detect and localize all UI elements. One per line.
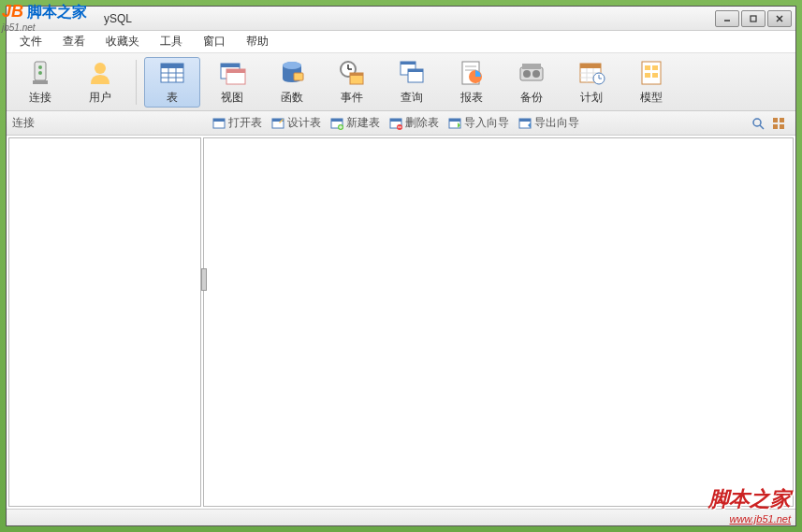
tool-backup-label: 备份	[520, 90, 543, 106]
tool-event-label: 事件	[341, 90, 363, 106]
event-icon	[337, 58, 367, 88]
menu-favorites[interactable]: 收藏夹	[96, 31, 149, 52]
svg-rect-30	[408, 69, 423, 72]
tool-model-label: 模型	[640, 90, 663, 106]
tool-report-label: 报表	[460, 90, 483, 106]
tool-schedule[interactable]: 计划	[563, 57, 620, 108]
tool-view[interactable]: 视图	[204, 57, 260, 108]
sub-toolbar: 连接 打开表 设计表 新建表 删除表 导入向导	[7, 111, 795, 136]
menu-help[interactable]: 帮助	[237, 31, 278, 52]
svg-rect-7	[33, 80, 48, 84]
tool-user[interactable]: 用户	[72, 57, 128, 108]
menu-tools[interactable]: 工具	[151, 31, 192, 52]
connection-tree-panel[interactable]	[8, 137, 201, 507]
content-panel[interactable]	[203, 137, 794, 507]
action-delete-table[interactable]: 删除表	[389, 115, 439, 131]
menu-window[interactable]: 窗口	[194, 31, 235, 52]
svg-rect-10	[161, 64, 183, 68]
svg-rect-75	[780, 124, 784, 129]
svg-rect-16	[221, 64, 240, 67]
connection-label: 连接	[12, 115, 199, 131]
menubar: 文件 查看 收藏夹 工具 窗口 帮助	[7, 31, 795, 53]
panel-splitter[interactable]	[201, 268, 207, 291]
model-icon	[636, 58, 666, 88]
svg-point-8	[95, 63, 106, 74]
svg-rect-21	[294, 73, 303, 80]
minimize-icon	[722, 14, 732, 23]
svg-rect-28	[401, 62, 416, 65]
import-icon	[448, 117, 461, 130]
svg-rect-69	[519, 119, 531, 122]
tool-report[interactable]: 报表	[444, 57, 500, 108]
svg-rect-67	[449, 119, 460, 122]
svg-point-37	[532, 70, 540, 78]
main-area	[7, 136, 795, 509]
window-title: ySQL	[104, 12, 132, 25]
svg-rect-26	[350, 73, 363, 76]
tool-event[interactable]: 事件	[324, 57, 380, 108]
tool-schedule-label: 计划	[580, 90, 603, 106]
query-icon	[397, 58, 427, 88]
svg-rect-18	[226, 69, 245, 73]
open-table-icon	[212, 117, 226, 130]
new-table-icon	[330, 117, 343, 130]
svg-rect-52	[652, 73, 658, 78]
tool-function[interactable]: 函数	[264, 57, 320, 108]
schedule-icon	[576, 58, 606, 88]
svg-rect-40	[580, 64, 601, 68]
maximize-button[interactable]	[741, 10, 766, 27]
svg-point-5	[38, 65, 42, 69]
user-icon	[85, 58, 115, 88]
function-icon	[277, 58, 307, 88]
action-new-table[interactable]: 新建表	[330, 115, 380, 131]
connection-icon	[25, 58, 55, 88]
tool-table[interactable]: 表	[144, 57, 200, 108]
tool-connection[interactable]: 连接	[12, 57, 68, 108]
backup-icon	[517, 58, 547, 88]
delete-table-icon	[389, 117, 402, 130]
export-icon	[518, 117, 532, 130]
menu-file[interactable]: 文件	[10, 31, 51, 52]
tool-view-label: 视图	[221, 90, 243, 106]
grid-icon	[772, 117, 785, 130]
action-import-wizard[interactable]: 导入向导	[448, 115, 509, 131]
svg-point-20	[283, 62, 301, 69]
statusbar	[7, 509, 795, 525]
minimize-button[interactable]	[715, 10, 739, 27]
toolbar-separator	[136, 60, 137, 105]
design-table-icon	[271, 117, 284, 130]
close-button[interactable]	[767, 10, 792, 27]
grid-view-button[interactable]	[771, 116, 786, 131]
action-export-wizard[interactable]: 导出向导	[518, 115, 579, 131]
tool-backup[interactable]: 备份	[503, 57, 560, 108]
action-design-table[interactable]: 设计表	[271, 115, 321, 131]
svg-rect-72	[773, 118, 778, 122]
svg-rect-49	[645, 65, 650, 70]
window-controls	[715, 10, 792, 27]
svg-rect-73	[780, 118, 784, 122]
svg-rect-38	[522, 64, 541, 69]
tool-function-label: 函数	[281, 90, 303, 106]
svg-rect-51	[645, 73, 650, 78]
titlebar: ySQL	[7, 7, 795, 31]
svg-line-71	[760, 125, 764, 129]
svg-rect-63	[390, 119, 401, 122]
svg-rect-58	[331, 119, 343, 122]
tool-model[interactable]: 模型	[623, 57, 679, 108]
menu-view[interactable]: 查看	[53, 31, 95, 52]
maximize-icon	[749, 14, 758, 23]
tool-connection-label: 连接	[29, 90, 51, 106]
report-icon	[457, 58, 487, 88]
tool-query[interactable]: 查询	[384, 57, 440, 108]
table-icon	[157, 58, 187, 88]
search-button[interactable]	[751, 116, 766, 131]
search-icon	[751, 117, 765, 130]
action-open-table[interactable]: 打开表	[212, 115, 262, 131]
svg-point-36	[523, 70, 531, 78]
svg-point-6	[38, 71, 42, 75]
svg-rect-50	[652, 65, 658, 70]
close-icon	[775, 14, 784, 23]
svg-rect-1	[751, 16, 756, 22]
tool-user-label: 用户	[89, 90, 111, 106]
app-window: ySQL 文件 查看 收藏夹 工具 窗口 帮助 连接	[6, 6, 796, 526]
